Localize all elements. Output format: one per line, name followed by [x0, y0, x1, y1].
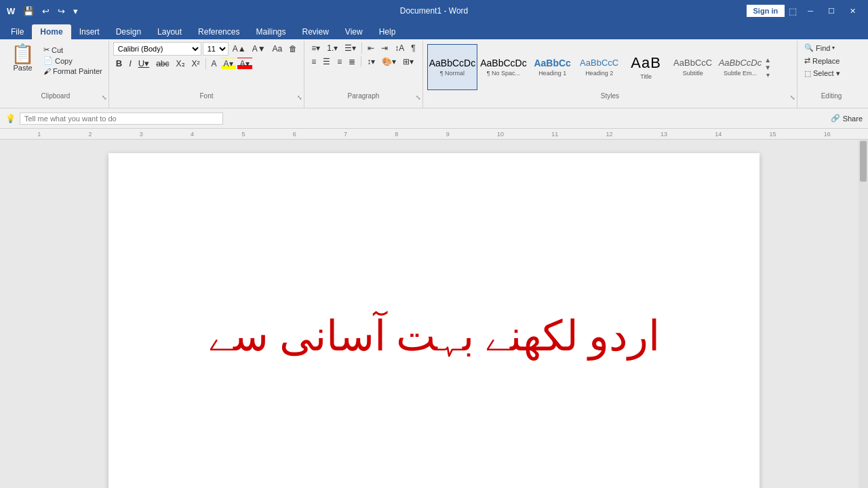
change-case-button[interactable]: Aa	[270, 43, 285, 55]
tell-me-input[interactable]	[20, 113, 223, 125]
paragraph-group-label: Paragraph	[304, 92, 422, 100]
align-right-button[interactable]: ≡	[334, 56, 344, 68]
ribbon-display-button[interactable]: ⬚	[786, 5, 800, 18]
paste-label: Paste	[13, 64, 32, 72]
superscript-button[interactable]: X²	[189, 58, 203, 70]
borders-button[interactable]: ⊞▾	[400, 56, 416, 68]
redo-qat-button[interactable]: ↪	[55, 5, 68, 18]
styles-expand-icon[interactable]: ⤡	[790, 94, 795, 101]
font-row-1: Calibri (Body) 11 A▲ A▼ Aa 🗑	[113, 42, 300, 56]
find-dropdown-icon: ▾	[832, 45, 835, 51]
styles-group-label: Styles	[423, 92, 797, 100]
bullets-button[interactable]: ≡▾	[309, 42, 323, 54]
align-left-button[interactable]: ≡	[309, 56, 319, 68]
para-divider-2	[361, 56, 361, 67]
show-formatting-button[interactable]: ¶	[408, 42, 418, 54]
clipboard-group: 📋 Paste ✂ Cut 📄 Copy 🖌 Format Painter Cl…	[3, 41, 109, 108]
minimize-button[interactable]: ─	[801, 4, 820, 18]
styles-scroll-down[interactable]: ▼	[764, 64, 771, 71]
style-heading2[interactable]: AaBbCcC Heading 2	[576, 44, 623, 90]
sign-in-button[interactable]: Sign in	[747, 5, 785, 17]
decrease-indent-button[interactable]: ⇤	[365, 42, 377, 54]
tab-design[interactable]: Design	[108, 24, 149, 39]
close-button[interactable]: ✕	[843, 4, 863, 18]
style-title-preview: AaB	[631, 54, 661, 72]
highlight-color-button[interactable]: A▾	[221, 58, 236, 70]
strikethrough-button[interactable]: abc	[153, 58, 172, 70]
paste-button[interactable]: 📋 Paste	[7, 43, 39, 73]
tab-layout[interactable]: Layout	[149, 24, 190, 39]
shrink-font-button[interactable]: A▼	[250, 43, 269, 55]
style-subtle-em[interactable]: AaBbCcDc Subtle Em...	[717, 44, 764, 90]
style-no-spacing[interactable]: AaBbCcDc ¶ No Spac...	[478, 44, 528, 90]
font-expand-icon[interactable]: ⤡	[297, 94, 302, 101]
subscript-button[interactable]: X₂	[174, 58, 188, 70]
vertical-scrollbar[interactable]	[859, 140, 868, 488]
editing-group-label: Editing	[797, 92, 865, 100]
save-qat-button[interactable]: 💾	[20, 5, 37, 18]
multilevel-list-button[interactable]: ☰▾	[342, 42, 359, 54]
tab-view[interactable]: View	[337, 24, 371, 39]
style-no-spacing-label: ¶ No Spac...	[487, 70, 520, 77]
page-container: اردو لکھنے بہت آسانی سے	[0, 140, 868, 488]
style-subtitle-preview: AaBbCcC	[673, 58, 712, 68]
tab-references[interactable]: References	[190, 24, 248, 39]
style-normal[interactable]: AaBbCcDc ¶ Normal	[427, 44, 477, 90]
title-bar-right: Sign in ⬚ ─ ☐ ✕	[747, 4, 863, 18]
line-spacing-button[interactable]: ↕▾	[364, 56, 378, 68]
tab-file[interactable]: File	[3, 24, 32, 39]
select-label: Select ▾	[813, 69, 840, 78]
styles-scroll-up[interactable]: ▲	[764, 56, 771, 64]
share-label: Share	[843, 115, 863, 123]
font-name-select[interactable]: Calibri (Body)	[113, 42, 201, 56]
find-button[interactable]: 🔍 Find ▾	[802, 42, 843, 54]
sort-button[interactable]: ↕A	[392, 42, 407, 54]
scrollbar-thumb[interactable]	[860, 141, 867, 182]
underline-button[interactable]: U▾	[136, 57, 152, 70]
undo-qat-button[interactable]: ↩	[39, 5, 52, 18]
format-painter-label: Format Painter	[53, 67, 102, 75]
tab-help[interactable]: Help	[371, 24, 404, 39]
numbering-button[interactable]: 1.▾	[324, 42, 340, 54]
clear-formatting-button[interactable]: 🗑	[286, 43, 300, 55]
paragraph-row-2: ≡ ☰ ≡ ≣ ↕▾ 🎨▾ ⊞▾	[309, 56, 416, 68]
document-page[interactable]: اردو لکھنے بہت آسانی سے	[108, 153, 760, 488]
cut-button[interactable]: ✂ Cut	[41, 45, 104, 55]
style-subtitle[interactable]: AaBbCcC Subtitle	[670, 44, 716, 90]
shading-button[interactable]: 🎨▾	[379, 56, 399, 68]
tab-home[interactable]: Home	[32, 24, 71, 39]
ruler: 12345678910111213141516	[0, 129, 868, 140]
style-heading1[interactable]: AaBbCc Heading 1	[530, 44, 576, 90]
style-title[interactable]: AaB Title	[623, 44, 669, 90]
urdu-text: اردو لکھنے بہت آسانی سے	[208, 307, 660, 366]
replace-button[interactable]: ⇄ Replace	[802, 55, 843, 66]
italic-button[interactable]: I	[126, 57, 134, 70]
format-painter-button[interactable]: 🖌 Format Painter	[41, 66, 104, 76]
font-color-button[interactable]: A▾	[237, 58, 252, 70]
ribbon: 📋 Paste ✂ Cut 📄 Copy 🖌 Format Painter Cl…	[0, 39, 868, 108]
text-effects-button[interactable]: A	[209, 58, 220, 70]
qat-dropdown-button[interactable]: ▾	[71, 5, 81, 18]
grow-font-button[interactable]: A▲	[230, 43, 249, 55]
clipboard-group-label: Clipboard	[3, 92, 108, 100]
select-button[interactable]: ⬚ Select ▾	[802, 68, 843, 79]
font-size-select[interactable]: 11	[203, 42, 229, 56]
bold-button[interactable]: B	[113, 57, 125, 70]
justify-button[interactable]: ≣	[346, 56, 358, 68]
share-button[interactable]: 🔗 Share	[831, 114, 863, 123]
tab-review[interactable]: Review	[294, 24, 336, 39]
ruler-marks: 12345678910111213141516	[14, 131, 854, 138]
increase-indent-button[interactable]: ⇥	[378, 42, 391, 54]
tab-insert[interactable]: Insert	[71, 24, 108, 39]
maximize-button[interactable]: ☐	[821, 4, 842, 18]
copy-button[interactable]: 📄 Copy	[41, 56, 104, 66]
document-area: اردو لکھنے بہت آسانی سے	[0, 140, 868, 488]
style-subtitle-label: Subtitle	[683, 70, 703, 77]
clipboard-expand-icon[interactable]: ⤡	[102, 94, 107, 101]
paste-icon: 📋	[11, 45, 35, 64]
align-center-button[interactable]: ☰	[320, 56, 333, 68]
styles-more[interactable]: ▾	[764, 71, 771, 79]
style-subtle-em-label: Subtle Em...	[724, 70, 757, 77]
paragraph-expand-icon[interactable]: ⤡	[416, 94, 421, 101]
tab-mailings[interactable]: Mailings	[248, 24, 294, 39]
